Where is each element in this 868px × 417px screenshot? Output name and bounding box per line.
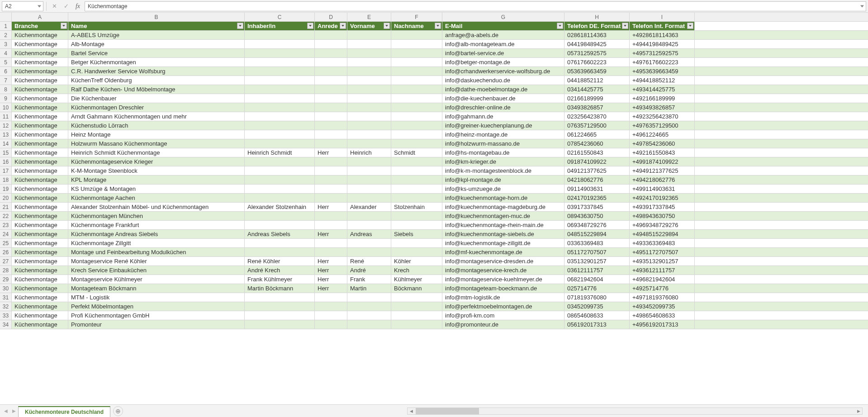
cell[interactable] bbox=[315, 166, 347, 175]
cell[interactable]: 04418852112 bbox=[564, 76, 630, 85]
sheet-tab-active[interactable]: Küchenmonteure Deutschland bbox=[18, 406, 110, 417]
cell[interactable]: Küchenmontage bbox=[12, 85, 68, 94]
row-header[interactable]: 14 bbox=[0, 139, 12, 148]
row-header[interactable]: 18 bbox=[0, 175, 12, 184]
filter-dropdown-icon[interactable] bbox=[307, 23, 313, 29]
filter-dropdown-icon[interactable] bbox=[61, 23, 67, 29]
cell[interactable]: +498943630750 bbox=[630, 212, 695, 220]
cell[interactable] bbox=[245, 58, 315, 66]
cell[interactable]: info@montageservice-kuehlmeyer.de bbox=[442, 275, 564, 284]
cell[interactable]: Küchenmontage bbox=[12, 157, 68, 166]
cell[interactable] bbox=[315, 67, 347, 76]
cell[interactable]: +4925714776 bbox=[630, 284, 695, 293]
column-header[interactable]: A bbox=[12, 13, 68, 21]
cell[interactable]: Die Küchenbauer bbox=[68, 94, 245, 103]
cell[interactable]: Siebels bbox=[391, 230, 442, 238]
cell[interactable] bbox=[245, 157, 315, 166]
cell[interactable] bbox=[315, 130, 347, 139]
cell[interactable]: 076357129500 bbox=[564, 121, 630, 130]
cell[interactable]: +494218062776 bbox=[630, 175, 695, 184]
cell[interactable] bbox=[347, 248, 391, 256]
cell[interactable]: 03452099735 bbox=[564, 302, 630, 311]
cell[interactable] bbox=[245, 302, 315, 311]
cell[interactable] bbox=[245, 166, 315, 175]
cell[interactable]: Herr bbox=[315, 275, 347, 284]
cell[interactable]: +494418852112 bbox=[630, 76, 695, 85]
cell[interactable]: Küchenmontage bbox=[12, 40, 68, 48]
cell[interactable] bbox=[391, 175, 442, 184]
cell[interactable] bbox=[315, 40, 347, 48]
cell[interactable]: Herr bbox=[315, 230, 347, 238]
filter-dropdown-icon[interactable] bbox=[687, 23, 693, 29]
cell[interactable]: +492166189999 bbox=[630, 94, 695, 103]
cell[interactable] bbox=[391, 221, 442, 229]
cell[interactable]: 02166189999 bbox=[564, 94, 630, 103]
row-header[interactable]: 10 bbox=[0, 103, 12, 112]
cell[interactable] bbox=[315, 157, 347, 166]
cell[interactable] bbox=[391, 58, 442, 66]
row-header[interactable]: 17 bbox=[0, 166, 12, 175]
cell[interactable]: info@kuechenmontage-siebels.de bbox=[442, 230, 564, 238]
header-anrede[interactable]: Anrede bbox=[315, 22, 347, 30]
cell[interactable]: Küchenmontage bbox=[12, 112, 68, 121]
cell[interactable]: 053639663459 bbox=[564, 67, 630, 76]
cell[interactable]: Köhler bbox=[391, 257, 442, 265]
cell[interactable]: +4976176602223 bbox=[630, 58, 695, 66]
cell[interactable]: info@dathe-moebelmontage.de bbox=[442, 85, 564, 94]
cell[interactable] bbox=[391, 49, 442, 57]
cell[interactable]: Küchenmontage Andreas Siebels bbox=[68, 230, 245, 238]
cell[interactable] bbox=[245, 248, 315, 256]
chevron-down-icon[interactable] bbox=[860, 5, 864, 7]
row-header[interactable]: 5 bbox=[0, 58, 12, 66]
accept-formula-icon[interactable]: ✓ bbox=[61, 1, 71, 11]
filter-dropdown-icon[interactable] bbox=[435, 23, 441, 29]
row-header[interactable]: 25 bbox=[0, 239, 12, 247]
cell[interactable] bbox=[347, 85, 391, 94]
cell[interactable]: 03363369483 bbox=[564, 239, 630, 247]
cell[interactable]: info@mtm-logistik.de bbox=[442, 293, 564, 302]
cell[interactable]: Montageteam Böckmann bbox=[68, 284, 245, 293]
cell[interactable]: info@kpl-montage.de bbox=[442, 175, 564, 184]
cell[interactable]: info@profi-km.com bbox=[442, 311, 564, 320]
row-header[interactable]: 27 bbox=[0, 257, 12, 265]
cell[interactable]: Küchenmontage Frankfurt bbox=[68, 221, 245, 229]
cell[interactable]: info@greiner-kuechenplanung.de bbox=[442, 121, 564, 130]
cell[interactable]: Krech Service Einbauküchen bbox=[68, 266, 245, 275]
cell[interactable]: Küchenmontage bbox=[12, 166, 68, 175]
cell[interactable]: +4953639663459 bbox=[630, 67, 695, 76]
tab-scroll-left-icon[interactable]: ◀ bbox=[2, 407, 10, 416]
row-header[interactable]: 16 bbox=[0, 157, 12, 166]
cell[interactable]: Arndt Gahmann Küchenmontagen und mehr bbox=[68, 112, 245, 121]
cell[interactable]: Küchenmontage bbox=[12, 31, 68, 39]
cell[interactable]: Herr bbox=[315, 257, 347, 265]
row-header[interactable]: 13 bbox=[0, 130, 12, 139]
column-header[interactable]: C bbox=[245, 13, 315, 21]
cell[interactable]: Küchenmontage bbox=[12, 266, 68, 275]
cell[interactable]: Küchenmontage bbox=[12, 212, 68, 220]
cell[interactable]: Küchenmontage bbox=[12, 320, 68, 329]
cell[interactable] bbox=[245, 76, 315, 85]
row-header[interactable]: 31 bbox=[0, 293, 12, 302]
cell[interactable]: Küchenmontage bbox=[12, 302, 68, 311]
cell[interactable] bbox=[315, 76, 347, 85]
cell[interactable] bbox=[347, 293, 391, 302]
cell[interactable]: Küchenmontage bbox=[12, 67, 68, 76]
cell[interactable]: 057312592575 bbox=[564, 49, 630, 57]
cell[interactable] bbox=[245, 185, 315, 193]
cell[interactable]: 025714776 bbox=[564, 284, 630, 293]
cell[interactable]: Andreas Siebels bbox=[245, 230, 315, 238]
cell[interactable] bbox=[391, 194, 442, 202]
cell[interactable]: 09114903631 bbox=[564, 185, 630, 193]
cell[interactable] bbox=[315, 185, 347, 193]
header-tel-de[interactable]: Telefon DE. Format bbox=[564, 22, 630, 30]
cell[interactable]: 091874109922 bbox=[564, 157, 630, 166]
cell[interactable] bbox=[347, 212, 391, 220]
cell[interactable]: info@kuechenmontage-rhein-main.de bbox=[442, 221, 564, 229]
cell[interactable]: +4948515229894 bbox=[630, 230, 695, 238]
row-header[interactable]: 6 bbox=[0, 67, 12, 76]
cell[interactable]: +4971819376080 bbox=[630, 293, 695, 302]
column-header[interactable]: G bbox=[442, 13, 564, 21]
cell[interactable]: MTM - Logistik bbox=[68, 293, 245, 302]
scroll-right-icon[interactable]: ▶ bbox=[855, 408, 862, 414]
cell[interactable] bbox=[315, 49, 347, 57]
